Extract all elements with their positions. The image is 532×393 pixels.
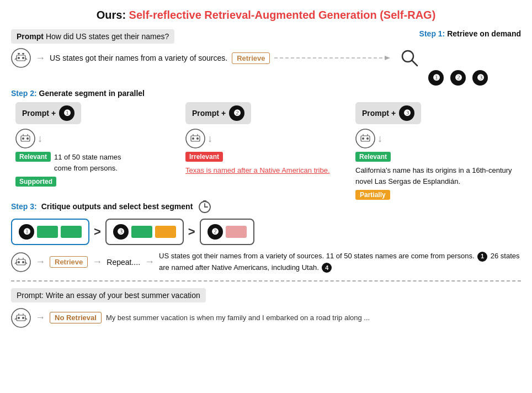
robot-down-row-2: ↓ [185, 129, 347, 148]
prompt-label-1: Prompt + [22, 109, 56, 118]
dashed-line-1 [274, 52, 396, 63]
step1-num: Step 1: [419, 29, 445, 38]
repeat-text: Repeat.... [107, 258, 140, 267]
bottom-result-row: → No Retrieval My best summer vacation i… [11, 308, 521, 328]
svg-point-16 [22, 137, 24, 140]
down-arrow-1: ↓ [38, 133, 42, 145]
circle-1: ❶ [428, 70, 444, 86]
title-highlight: Self-reflective Retrieval-Augmented Gene… [129, 9, 377, 21]
page-title: Ours: Self-reflective Retrieval-Augmente… [11, 9, 521, 22]
green-rect-3 [131, 226, 152, 238]
svg-point-17 [26, 137, 29, 140]
prompt-box-1: Prompt + ❶ [15, 102, 81, 124]
col1-text: 11 of 50 state names come from persons. [54, 152, 121, 173]
robot-icon-bottom2 [11, 308, 31, 328]
badge-partially: Partially [355, 190, 390, 200]
result-num-2: 4 [322, 263, 332, 273]
critique-num-1: ❶ [19, 224, 34, 240]
robot-icon-2 [185, 129, 205, 148]
result-num-1: 1 [477, 252, 487, 262]
svg-point-46 [18, 317, 20, 319]
step3-num: Step 3: [11, 202, 37, 211]
step2-label: Step 2: Generate segment in parallel [11, 89, 521, 98]
green-rect-2 [61, 226, 82, 238]
step1-label: Step 1: Retrieve on demand [419, 29, 521, 38]
badge-irrelevant: Irrelevant [185, 152, 223, 162]
retrieve-text: US states got their names from a variety… [50, 54, 227, 62]
bottom-section: Prompt: Write an essay of your best summ… [11, 288, 521, 328]
prompt-box-3: Prompt + ❸ [355, 102, 421, 124]
step3-section: Step 3: Critique outputs and select best… [11, 199, 521, 274]
svg-point-39 [22, 261, 24, 263]
bottom-result-text: My best summer vacation is when my famil… [106, 314, 370, 322]
svg-point-28 [362, 137, 364, 140]
supported-badge-wrap: Supported [15, 177, 177, 185]
no-retrieval-button[interactable]: No Retrieval [50, 312, 102, 323]
prompt-col-3: Prompt + ❸ ↓ Relevant California's name … [351, 102, 521, 199]
numbered-circles-row: ❶ ❷ ❸ [11, 70, 488, 86]
svg-rect-6 [18, 53, 20, 54]
robot-icon [11, 48, 31, 68]
prompt-box-2: Prompt + ❷ [185, 102, 251, 124]
green-rect-1 [37, 226, 58, 238]
circle-3: ❸ [472, 70, 488, 86]
col3-content: Relevant California's name has its origi… [355, 152, 517, 187]
circle-2: ❷ [450, 70, 466, 86]
gt-sign-1: > [94, 225, 101, 239]
robot-down-row-1: ↓ [15, 129, 177, 148]
col2-content: Irrelevant Texas is named after a Native… [185, 152, 347, 176]
robot-down-row-3: ↓ [355, 129, 517, 148]
robot-icon-3 [355, 129, 375, 148]
critique-box-3: ❸ [105, 219, 184, 245]
pink-rect-1 [226, 226, 247, 238]
critique-box-2: ❷ [200, 219, 254, 245]
num-circle-3: ❸ [399, 105, 414, 121]
svg-point-22 [192, 137, 194, 140]
timer-icon [197, 199, 212, 214]
arrow-right-bottom: → [35, 312, 45, 323]
prompt-col-1: Prompt + ❶ ↓ Relevant 11 of 50 state nam… [11, 102, 181, 185]
top-row: Prompt How did US states get their names… [11, 29, 521, 44]
retrieve-button[interactable]: Retrieve [232, 52, 270, 64]
svg-point-47 [22, 317, 24, 319]
arrow-right-4: → [145, 256, 155, 268]
svg-rect-7 [22, 53, 24, 54]
prompt-keyword: Prompt [17, 32, 44, 41]
retrieve-button-2[interactable]: Retrieve [50, 256, 88, 268]
step2-num: Step 2: [11, 89, 37, 98]
title-paren: (Self-RAG) [377, 9, 436, 21]
bottom-retrieve-row: → Retrieve → Repeat.... → US states got … [11, 251, 521, 274]
critique-num-2: ❷ [208, 224, 223, 240]
prompt-label-3: Prompt + [362, 109, 396, 118]
magnifier-icon [400, 49, 419, 67]
num-circle-2: ❷ [229, 105, 244, 121]
step3-rest: Critique outputs and select best segment [41, 202, 193, 211]
bottom-prompt-keyword: Prompt: [17, 291, 44, 300]
arrow-right-1: → [35, 52, 45, 64]
svg-line-13 [412, 61, 417, 66]
col2-text: Texas is named after a Native American t… [185, 165, 330, 176]
col3-text: California's name has its origins in a 1… [355, 165, 517, 187]
gt-sign-2: > [188, 225, 195, 239]
svg-marker-11 [385, 56, 390, 60]
critique-box-1: ❶ [11, 219, 89, 245]
badge-relevant-3: Relevant [355, 152, 391, 162]
svg-point-3 [22, 57, 24, 59]
step1-rest: Retrieve on demand [445, 29, 521, 38]
robot-icon-1 [15, 129, 35, 148]
retrieve-row: → US states got their names from a varie… [11, 48, 521, 68]
partially-badge-wrap: Partially [355, 190, 517, 199]
badge-relevant-1: Relevant [15, 152, 51, 162]
divider [11, 280, 521, 282]
arrow-right-2: → [35, 256, 45, 268]
title-ours: Ours: [97, 9, 129, 21]
badge-supported: Supported [15, 177, 56, 187]
result-text: US states got their names from a variety… [159, 251, 521, 274]
step2-rest: Generate segment in parallel [37, 89, 145, 98]
step2-columns: Prompt + ❶ ↓ Relevant 11 of 50 state nam… [11, 102, 521, 199]
svg-point-38 [18, 261, 20, 263]
step3-label: Step 3: Critique outputs and select best… [11, 199, 521, 214]
down-arrow-3: ↓ [377, 133, 382, 145]
orange-rect-1 [155, 226, 176, 238]
prompt-text: How did US states get their names? [46, 32, 169, 41]
